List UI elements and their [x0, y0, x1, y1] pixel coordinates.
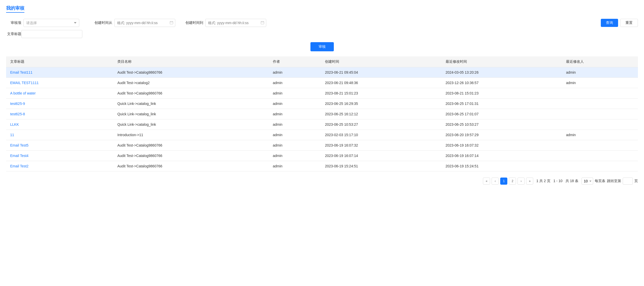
next-page-button[interactable]: › — [517, 178, 525, 185]
query-button[interactable]: 查询 — [601, 19, 618, 27]
table-row: A bottle of waterAudit Test->Catalog9860… — [6, 88, 638, 99]
reset-button[interactable]: 重置 — [620, 19, 638, 27]
table-row: EMAIL TEST1111Audit Test->catalog2admin2… — [6, 78, 638, 88]
cell-author: admin — [269, 67, 321, 78]
table-row: Email Test4Audit Test->Catalog9860766adm… — [6, 151, 638, 161]
table-row: Email Test5Audit Test->Catalog9860766adm… — [6, 140, 638, 151]
table-row: test625-8Quick Link->catalog_linkadmin20… — [6, 109, 638, 119]
table-body: Email Test111Audit Test->Catalog9860766a… — [6, 67, 638, 171]
cell-modified: 2023-12-26 10:36:57 — [442, 78, 562, 88]
cell-author: admin — [269, 140, 321, 151]
cell-author: admin — [269, 99, 321, 109]
col-author: 作者 — [269, 56, 321, 67]
article-title-link[interactable]: LLKK — [10, 122, 19, 126]
cell-modified: 2023-08-21 15:01:23 — [442, 88, 562, 99]
cell-modified: 2023-06-25 17:01:31 — [442, 99, 562, 109]
article-title-link[interactable]: A bottle of water — [10, 91, 36, 95]
article-title-link[interactable]: Email Test2 — [10, 164, 28, 168]
table-row: LLKKQuick Link->catalog_linkadmin2023-06… — [6, 119, 638, 130]
cell-category: Quick Link->catalog_link — [113, 99, 269, 109]
article-title-link[interactable]: EMAIL TEST1111 — [10, 81, 39, 85]
col-modified: 最近修改时间 — [442, 56, 562, 67]
cell-category: Quick Link->catalog_link — [113, 119, 269, 130]
date-from-section: 创建时间从 — [95, 19, 175, 27]
audit-button[interactable]: 审核 — [310, 42, 334, 51]
article-title-link[interactable]: Email Test111 — [10, 70, 33, 74]
cell-title: Email Test111 — [6, 67, 113, 78]
cell-modifier: admin — [562, 78, 638, 88]
col-created: 创建时间 — [321, 56, 442, 67]
article-title-link[interactable]: test625-8 — [10, 112, 25, 116]
cell-created: 2023-06-21 09:45:04 — [321, 67, 442, 78]
first-page-button[interactable]: « — [483, 178, 490, 185]
cell-category: Audit Test->Catalog9860766 — [113, 88, 269, 99]
cell-modifier — [562, 140, 638, 151]
table-row: test625-9Quick Link->catalog_linkadmin20… — [6, 99, 638, 109]
col-category: 类目名称 — [113, 56, 269, 67]
cell-modified: 2023-06-19 16:07:14 — [442, 151, 562, 161]
date-to-wrapper — [205, 19, 266, 27]
page-1-button[interactable]: 1 — [500, 178, 507, 185]
date-to-input[interactable] — [205, 19, 266, 27]
date-to-section: 创建时间到 — [185, 19, 266, 27]
cell-category: Introduction->11 — [113, 130, 269, 140]
goto-input[interactable] — [623, 178, 633, 185]
cell-created: 2023-08-21 15:01:23 — [321, 88, 442, 99]
cell-created: 2023-06-19 16:07:14 — [321, 151, 442, 161]
date-to-label: 创建时间到 — [185, 21, 203, 25]
cell-title: EMAIL TEST1111 — [6, 78, 113, 88]
article-title-label: 文章标题 — [6, 32, 21, 36]
table-row: Email Test111Audit Test->Catalog9860766a… — [6, 67, 638, 78]
cell-category: Audit Test->Catalog9860766 — [113, 161, 269, 171]
cell-modifier — [562, 109, 638, 119]
filter-row-1: 审核项 请选择 创建时间从 创建时间到 — [6, 19, 638, 27]
per-page-select[interactable]: 10 20 50 — [582, 178, 593, 185]
date-from-label: 创建时间从 — [95, 21, 112, 25]
prev-page-button[interactable]: ‹ — [492, 178, 499, 185]
article-title-link[interactable]: test625-9 — [10, 102, 25, 106]
cell-modifier: admin — [562, 130, 638, 140]
cell-modifier: admin — [562, 67, 638, 78]
cell-author: admin — [269, 88, 321, 99]
table-row: Email Test2Audit Test->Catalog9860766adm… — [6, 161, 638, 171]
cell-author: admin — [269, 151, 321, 161]
cell-title: LLKK — [6, 119, 113, 130]
cell-category: Audit Test->catalog2 — [113, 78, 269, 88]
filter-actions: 查询 重置 — [601, 19, 638, 27]
goto-label: 跳转至第 — [607, 179, 621, 183]
cell-title: Email Test2 — [6, 161, 113, 171]
cell-author: admin — [269, 78, 321, 88]
article-title-link[interactable]: Email Test5 — [10, 143, 28, 147]
article-title-link[interactable]: Email Test4 — [10, 154, 28, 158]
date-from-input[interactable] — [114, 19, 175, 27]
cell-modified: 2023-06-19 15:24:51 — [442, 161, 562, 171]
cell-title: A bottle of water — [6, 88, 113, 99]
cell-created: 2023-06-25 16:12:12 — [321, 109, 442, 119]
cell-created: 2023-06-25 10:53:27 — [321, 119, 442, 130]
last-page-button[interactable]: » — [526, 178, 533, 185]
audit-item-section: 审核项 请选择 — [6, 19, 79, 27]
audit-button-row: 审核 — [6, 42, 638, 51]
table-row: 11Introduction->11admin2023-02-03 15:17:… — [6, 130, 638, 140]
cell-title: Email Test4 — [6, 151, 113, 161]
cell-author: admin — [269, 109, 321, 119]
cell-created: 2023-06-19 16:07:32 — [321, 140, 442, 151]
audit-item-label: 审核项 — [6, 21, 21, 25]
cell-title: test625-9 — [6, 99, 113, 109]
col-title: 文章标题 — [6, 56, 113, 67]
cell-author: admin — [269, 119, 321, 130]
cell-created: 2023-06-21 09:48:36 — [321, 78, 442, 88]
page-suffix: 页 — [634, 179, 638, 183]
cell-created: 2023-06-19 15:24:51 — [321, 161, 442, 171]
cell-modifier — [562, 88, 638, 99]
cell-title: test625-8 — [6, 109, 113, 119]
article-title-input[interactable] — [21, 30, 82, 38]
audit-item-select[interactable]: 请选择 — [23, 19, 79, 27]
cell-title: 11 — [6, 130, 113, 140]
page-2-button[interactable]: 2 — [509, 178, 516, 185]
col-modifier: 最近修改人 — [562, 56, 638, 67]
page-title: 我的审核 — [6, 5, 24, 13]
cell-author: admin — [269, 161, 321, 171]
date-from-wrapper — [114, 19, 175, 27]
article-title-link[interactable]: 11 — [10, 133, 14, 137]
